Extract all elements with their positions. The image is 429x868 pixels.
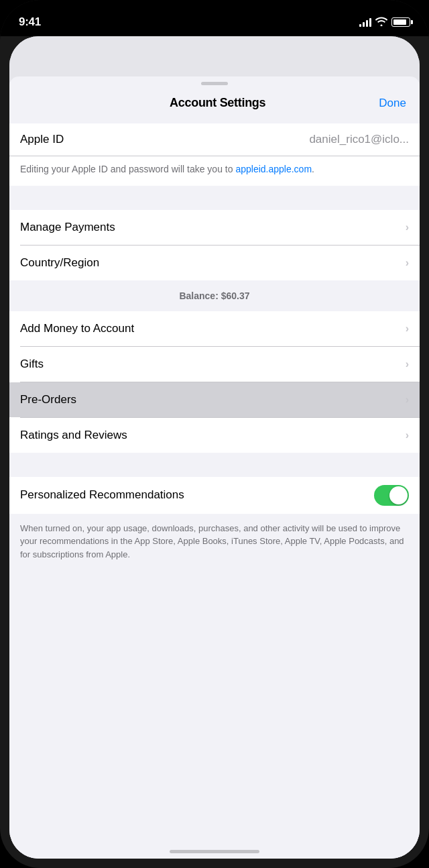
nav-bar: Account Settings Done [9, 85, 420, 118]
status-bar: 9:41 [0, 0, 429, 36]
personalized-recommendations-row: Personalized Recommendations [9, 477, 420, 514]
gifts-label: Gifts [20, 358, 44, 371]
apple-id-value: daniel_rico1@iclo... [309, 133, 409, 146]
apple-id-edit-note: Editing your Apple ID and password will … [9, 156, 420, 186]
pre-orders-chevron-icon: › [406, 394, 409, 406]
manage-payments-row[interactable]: Manage Payments › [9, 210, 420, 245]
wifi-icon [375, 17, 387, 28]
battery-icon [391, 17, 410, 27]
money-section: Add Money to Account › Gifts › Pre-Order… [9, 311, 420, 453]
add-money-label: Add Money to Account [20, 322, 134, 335]
personalized-section: Personalized Recommendations [9, 477, 420, 514]
add-money-chevron-icon: › [406, 323, 409, 335]
apple-id-label: Apple ID [20, 133, 64, 146]
modal-sheet: Account Settings Done Apple ID daniel_ri… [9, 76, 420, 859]
ratings-reviews-label: Ratings and Reviews [20, 429, 127, 442]
apple-id-link[interactable]: appleid.apple.com [235, 164, 312, 174]
gifts-chevron-icon: › [406, 358, 409, 370]
signal-bars-icon [359, 17, 371, 27]
manage-payments-chevron-icon: › [406, 221, 409, 233]
apple-id-row[interactable]: Apple ID daniel_rico1@iclo... [9, 123, 420, 156]
manage-payments-label: Manage Payments [20, 221, 115, 234]
ratings-reviews-row[interactable]: Ratings and Reviews › [9, 418, 420, 453]
camera-notch [202, 7, 227, 15]
pre-orders-label: Pre-Orders [20, 393, 76, 406]
country-region-label: Country/Region [20, 256, 99, 270]
pre-orders-row[interactable]: Pre-Orders › [9, 382, 420, 417]
phone-frame: 9:41 [0, 0, 429, 868]
ratings-reviews-chevron-icon: › [406, 429, 409, 441]
personalized-description-text: When turned on, your app usage, download… [20, 523, 404, 559]
status-icons [359, 17, 410, 28]
edit-note-text: Editing your Apple ID and password will … [20, 164, 235, 174]
page-title: Account Settings [170, 96, 265, 110]
home-indicator [170, 850, 259, 853]
section-gap-1 [9, 186, 420, 210]
balance-label: Balance: $60.37 [179, 290, 249, 301]
apple-id-section: Apple ID daniel_rico1@iclo... Editing yo… [9, 123, 420, 186]
toggle-knob [389, 486, 408, 504]
section-gap-2 [9, 453, 420, 477]
personalized-description: When turned on, your app usage, download… [9, 514, 420, 575]
gifts-row[interactable]: Gifts › [9, 347, 420, 382]
country-region-chevron-icon: › [406, 257, 409, 269]
add-money-row[interactable]: Add Money to Account › [9, 311, 420, 346]
done-button[interactable]: Done [379, 97, 406, 110]
screen: Account Settings Done Apple ID daniel_ri… [9, 36, 420, 859]
personalized-recommendations-toggle[interactable] [374, 485, 409, 506]
edit-note-suffix: . [312, 164, 314, 174]
balance-section: Balance: $60.37 [9, 280, 420, 311]
status-time: 9:41 [19, 15, 41, 29]
personalized-recommendations-label: Personalized Recommendations [20, 488, 184, 502]
bottom-space [9, 574, 420, 601]
country-region-row[interactable]: Country/Region › [9, 246, 420, 280]
payments-section: Manage Payments › Country/Region › [9, 210, 420, 280]
